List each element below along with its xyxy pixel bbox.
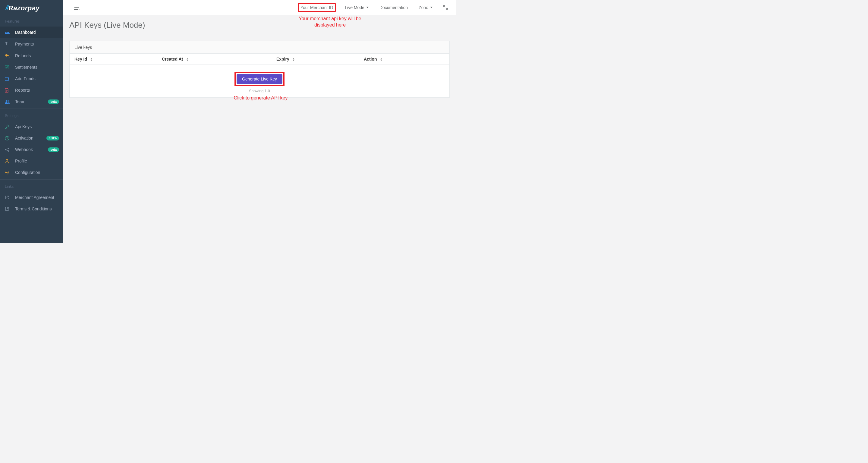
rupee-icon: ₹	[5, 41, 12, 47]
sidebar-item-label: Reports	[15, 88, 30, 93]
sidebar-item-label: Webhook	[15, 147, 33, 152]
svg-point-9	[8, 148, 9, 149]
caret-down-icon	[366, 7, 369, 8]
reply-icon	[5, 54, 12, 58]
sidebar-item-dashboard[interactable]: Dashboard	[0, 27, 63, 38]
divider	[0, 109, 63, 109]
svg-point-10	[8, 150, 9, 152]
sidebar-item-activation[interactable]: ? Activation 100%	[0, 132, 63, 144]
column-created-at[interactable]: Created At ▲▼	[162, 57, 276, 61]
sidebar-item-webhook[interactable]: Webhook beta	[0, 144, 63, 155]
progress-badge: 100%	[46, 136, 59, 141]
sidebar-item-api-keys[interactable]: Api Keys	[0, 121, 63, 132]
column-action[interactable]: Action ▲▼	[364, 57, 444, 61]
topbar: Your Merchant ID Live Mode Documentation…	[63, 0, 456, 15]
sidebar-item-label: Api Keys	[15, 124, 32, 129]
sidebar-item-label: Team	[15, 99, 25, 104]
panel-body: Generate Live Key Showing 1-0	[70, 65, 450, 97]
external-link-icon	[5, 195, 12, 199]
check-square-icon	[5, 65, 12, 69]
sort-icon: ▲▼	[90, 58, 93, 61]
generate-button-highlight: Generate Live Key	[235, 72, 284, 86]
beta-badge: beta	[48, 99, 59, 104]
user-icon	[5, 159, 12, 163]
svg-rect-2	[8, 79, 9, 80]
sort-icon: ▲▼	[380, 58, 382, 61]
sidebar-item-label: Refunds	[15, 53, 31, 58]
logo-text: Razorpay	[8, 4, 39, 12]
external-link-icon	[5, 207, 12, 211]
users-icon	[5, 100, 12, 104]
column-key-id[interactable]: Key Id ▲▼	[74, 57, 162, 61]
sidebar-item-terms[interactable]: Terms & Conditions	[0, 203, 63, 215]
documentation-link[interactable]: Documentation	[378, 4, 410, 11]
sidebar-item-settlements[interactable]: Settlements	[0, 61, 63, 73]
column-label: Key Id	[74, 57, 87, 61]
sidebar-item-label: Merchant Agreement	[15, 195, 54, 200]
live-keys-panel: Live keys Key Id ▲▼ Created At ▲▼ Expiry…	[69, 41, 450, 98]
sidebar-item-team[interactable]: Team beta	[0, 96, 63, 107]
svg-point-5	[7, 125, 9, 127]
sidebar-item-label: Payments	[15, 41, 34, 47]
gear-icon	[5, 170, 12, 175]
sidebar-section-links: Links	[0, 180, 63, 192]
sidebar-section-settings: Settings	[0, 110, 63, 121]
page-heading: API Keys (Live Mode)	[63, 15, 456, 35]
chart-area-icon	[5, 30, 12, 34]
sidebar-item-add-funds[interactable]: Add Funds	[0, 73, 63, 84]
page-title: API Keys (Live Mode)	[69, 21, 450, 30]
share-icon	[5, 147, 12, 152]
merchant-id-link[interactable]: Your Merchant ID	[298, 3, 336, 12]
account-dropdown[interactable]: Zoho	[417, 4, 434, 11]
logo-slash-icon: //	[5, 4, 8, 12]
content: Live keys Key Id ▲▼ Created At ▲▼ Expiry…	[63, 35, 456, 104]
sidebar-item-payments[interactable]: ₹ Payments	[0, 38, 63, 50]
sidebar-item-configuration[interactable]: Configuration	[0, 167, 63, 178]
svg-point-12	[6, 172, 7, 173]
fullscreen-icon[interactable]	[441, 4, 450, 11]
sidebar-item-label: Activation	[15, 136, 33, 141]
beta-badge: beta	[48, 147, 59, 152]
pagination-status: Showing 1-0	[70, 89, 450, 93]
table-header-row: Key Id ▲▼ Created At ▲▼ Expiry ▲▼ Action…	[70, 54, 450, 65]
sidebar-item-refunds[interactable]: Refunds	[0, 50, 63, 61]
column-label: Created At	[162, 57, 183, 61]
column-expiry[interactable]: Expiry ▲▼	[276, 57, 364, 61]
file-icon	[5, 88, 12, 93]
caret-down-icon	[430, 7, 433, 8]
svg-point-4	[7, 100, 9, 101]
key-icon	[5, 124, 12, 129]
panel-title: Live keys	[70, 41, 450, 54]
sidebar-item-merchant-agreement[interactable]: Merchant Agreement	[0, 192, 63, 203]
sidebar-item-label: Settlements	[15, 65, 37, 70]
sidebar-item-label: Configuration	[15, 170, 40, 175]
sidebar-item-label: Dashboard	[15, 30, 36, 35]
mode-label: Live Mode	[345, 5, 364, 10]
sidebar-item-label: Add Funds	[15, 76, 36, 81]
sidebar-toggle-icon[interactable]	[74, 5, 80, 10]
wallet-icon	[5, 77, 12, 81]
sidebar-item-label: Terms & Conditions	[15, 207, 52, 211]
sidebar-item-profile[interactable]: Profile	[0, 155, 63, 167]
svg-text:?: ?	[6, 137, 8, 140]
question-circle-icon: ?	[5, 136, 12, 141]
svg-point-11	[6, 159, 8, 161]
brand-logo[interactable]: // Razorpay	[0, 0, 63, 15]
column-label: Expiry	[276, 57, 289, 61]
divider	[0, 179, 63, 180]
svg-point-3	[6, 100, 7, 101]
sort-icon: ▲▼	[186, 58, 189, 61]
column-label: Action	[364, 57, 377, 61]
account-label: Zoho	[418, 5, 428, 10]
sidebar-item-label: Profile	[15, 159, 27, 163]
generate-live-key-button[interactable]: Generate Live Key	[237, 74, 282, 84]
sort-icon: ▲▼	[292, 58, 295, 61]
sidebar: // Razorpay Features Dashboard ₹ Payment…	[0, 0, 63, 243]
mode-dropdown[interactable]: Live Mode	[343, 4, 370, 11]
sidebar-section-features: Features	[0, 15, 63, 27]
main: Your Merchant ID Live Mode Documentation…	[63, 0, 456, 243]
sidebar-item-reports[interactable]: Reports	[0, 84, 63, 96]
